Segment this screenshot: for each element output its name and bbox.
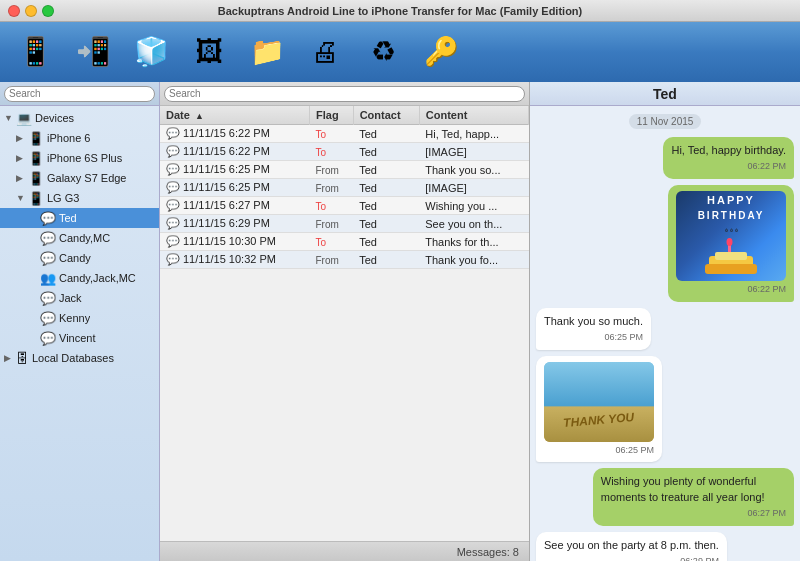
- sidebar-label-candymc: Candy,MC: [59, 232, 110, 244]
- cell-flag: From: [310, 215, 354, 233]
- candymc-icon: 💬: [40, 231, 56, 246]
- sidebar-label-ted: Ted: [59, 212, 77, 224]
- vincent-icon: 💬: [40, 331, 56, 346]
- sidebar-item-galaxys7edge[interactable]: ▶ 📱 Galaxy S7 Edge: [0, 168, 159, 188]
- sidebar-item-iphone6[interactable]: ▶ 📱 iPhone 6: [0, 128, 159, 148]
- toolbar-recycle-button[interactable]: ♻: [358, 28, 408, 76]
- flag-label: To: [316, 201, 327, 212]
- sidebar-label-jack: Jack: [59, 292, 82, 304]
- flag-label: From: [316, 219, 339, 230]
- toolbar-print-button[interactable]: 🖨: [300, 28, 350, 76]
- sort-arrow-date: ▲: [195, 111, 204, 121]
- content-search-bar: [160, 82, 529, 106]
- sidebar-item-iphone6splus[interactable]: ▶ 📱 iPhone 6S Plus: [0, 148, 159, 168]
- col-content[interactable]: Content: [419, 106, 528, 125]
- message-text-0: Hi, Ted, happy birthday.: [671, 144, 786, 156]
- status-bar: Messages: 8: [160, 541, 529, 561]
- chat-panel: Ted 11 Nov 2015 Hi, Ted, happy birthday.…: [530, 82, 800, 561]
- candy-icon: 💬: [40, 251, 56, 266]
- svg-rect-5: [544, 362, 654, 442]
- toolbar-phone-button[interactable]: 📱: [10, 28, 60, 76]
- table-row[interactable]: 💬11/11/15 6:22 PM To Ted Hi, Ted, happ..…: [160, 125, 529, 143]
- table-row[interactable]: 💬11/11/15 10:30 PM To Ted Thanks for th.…: [160, 233, 529, 251]
- message-bubble-1: HAPPY BIRTHDAY 🕯🕯🕯: [668, 185, 794, 302]
- col-contact[interactable]: Contact: [353, 106, 419, 125]
- cell-content: Thank you fo...: [419, 251, 528, 269]
- sidebar: ▼ 💻 Devices ▶ 📱 iPhone 6 ▶ 📱 iPhone 6S P…: [0, 82, 160, 561]
- sidebar-item-vincent[interactable]: 💬 Vincent: [0, 328, 159, 348]
- content-search-input[interactable]: [164, 86, 525, 102]
- cell-contact: Ted: [353, 125, 419, 143]
- cell-date: 💬11/11/15 6:27 PM: [160, 197, 310, 215]
- cell-date: 💬11/11/15 6:22 PM: [160, 125, 310, 143]
- iphone6-icon: 📱: [28, 131, 44, 146]
- title-bar: Backuptrans Android Line to iPhone Trans…: [0, 0, 800, 22]
- minimize-button[interactable]: [25, 5, 37, 17]
- lgg3-icon: 📱: [28, 191, 44, 206]
- col-flag[interactable]: Flag: [310, 106, 354, 125]
- message-row-5: See you on the party at 8 p.m. then. 06:…: [536, 532, 794, 561]
- message-time-2: 06:25 PM: [544, 331, 643, 344]
- row-icon: 💬: [166, 163, 180, 175]
- cell-contact: Ted: [353, 143, 419, 161]
- phone-icon: 📱: [18, 38, 53, 66]
- sidebar-item-devices[interactable]: ▼ 💻 Devices: [0, 108, 159, 128]
- sidebar-item-kenny[interactable]: 💬 Kenny: [0, 308, 159, 328]
- col-date[interactable]: Date ▲: [160, 106, 310, 125]
- flag-label: From: [316, 165, 339, 176]
- cell-contact: Ted: [353, 179, 419, 197]
- row-icon: 💬: [166, 145, 180, 157]
- table-row[interactable]: 💬11/11/15 6:25 PM From Ted Thank you so.…: [160, 161, 529, 179]
- sidebar-label-candy: Candy: [59, 252, 91, 264]
- row-icon: 💬: [166, 181, 180, 193]
- jack-icon: 💬: [40, 291, 56, 306]
- iphone6splus-icon: 📱: [28, 151, 44, 166]
- flag-label: From: [316, 183, 339, 194]
- table-row[interactable]: 💬11/11/15 6:27 PM To Ted Wishing you ...: [160, 197, 529, 215]
- cell-date: 💬11/11/15 10:30 PM: [160, 233, 310, 251]
- tree-arrow-lgg3: ▼: [16, 193, 28, 203]
- sidebar-item-candy[interactable]: 💬 Candy: [0, 248, 159, 268]
- cell-date: 💬11/11/15 6:25 PM: [160, 179, 310, 197]
- table-row[interactable]: 💬11/11/15 6:22 PM To Ted [IMAGE]: [160, 143, 529, 161]
- toolbar-key-button[interactable]: 🔑: [416, 28, 466, 76]
- sidebar-item-localdatabases[interactable]: ▶ 🗄 Local Databases: [0, 348, 159, 368]
- close-button[interactable]: [8, 5, 20, 17]
- window-title: Backuptrans Android Line to iPhone Trans…: [218, 5, 582, 17]
- sidebar-item-lgg3[interactable]: ▼ 📱 LG G3: [0, 188, 159, 208]
- message-row-1: HAPPY BIRTHDAY 🕯🕯🕯: [536, 185, 794, 302]
- sidebar-label-vincent: Vincent: [59, 332, 96, 344]
- sidebar-item-label: Devices: [35, 112, 74, 124]
- sidebar-label-iphone6: iPhone 6: [47, 132, 90, 144]
- ted-icon: 💬: [40, 211, 56, 226]
- sidebar-search-input[interactable]: [4, 86, 155, 102]
- sidebar-item-candymc[interactable]: 💬 Candy,MC: [0, 228, 159, 248]
- folder-icon: 📁: [250, 38, 285, 66]
- traffic-lights: [8, 5, 54, 17]
- sidebar-item-ted[interactable]: 💬 Ted: [0, 208, 159, 228]
- toolbar-photos-button[interactable]: 🖼: [184, 28, 234, 76]
- table-row[interactable]: 💬11/11/15 10:32 PM From Ted Thank you fo…: [160, 251, 529, 269]
- cell-contact: Ted: [353, 233, 419, 251]
- cell-content: Wishing you ...: [419, 197, 528, 215]
- message-count: Messages: 8: [457, 546, 519, 558]
- cell-contact: Ted: [353, 161, 419, 179]
- table-row[interactable]: 💬11/11/15 6:29 PM From Ted See you on th…: [160, 215, 529, 233]
- sidebar-item-jack[interactable]: 💬 Jack: [0, 288, 159, 308]
- svg-rect-1: [705, 264, 757, 274]
- message-row-2: Thank you so much. 06:25 PM: [536, 308, 794, 350]
- toolbar-backup-button[interactable]: 🧊: [126, 28, 176, 76]
- candyjackmc-icon: 👥: [40, 271, 56, 286]
- tree-arrow-galaxys7edge: ▶: [16, 173, 28, 183]
- chat-messages[interactable]: 11 Nov 2015 Hi, Ted, happy birthday. 06:…: [530, 106, 800, 561]
- message-table[interactable]: Date ▲ Flag Contact Content: [160, 106, 529, 541]
- photos-icon: 🖼: [195, 38, 223, 66]
- sidebar-search-bar: [0, 82, 159, 106]
- toolbar-folder-button[interactable]: 📁: [242, 28, 292, 76]
- table-row[interactable]: 💬11/11/15 6:25 PM From Ted [IMAGE]: [160, 179, 529, 197]
- toolbar-devices-button[interactable]: 📲: [68, 28, 118, 76]
- maximize-button[interactable]: [42, 5, 54, 17]
- sidebar-item-candyjackmc[interactable]: 👥 Candy,Jack,MC: [0, 268, 159, 288]
- devices-tree-icon: 💻: [16, 111, 32, 126]
- cell-date: 💬11/11/15 6:22 PM: [160, 143, 310, 161]
